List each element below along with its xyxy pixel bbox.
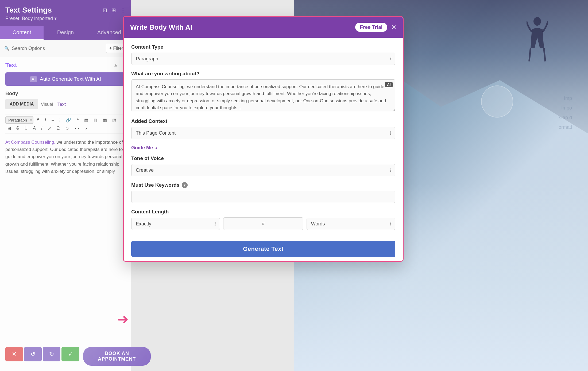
emoji-button[interactable]: ☺ <box>63 125 71 132</box>
ai-generate-label: Auto Generate Text With AI <box>40 76 101 82</box>
tab-design[interactable]: Design <box>44 26 87 40</box>
ai-badge: AI <box>30 76 37 82</box>
guide-arrow-icon: ▲ <box>154 146 158 150</box>
tone-select[interactable]: Creative Professional Casual Formal Witt… <box>131 164 395 176</box>
modal-body: Content Type Paragraph Heading List Quot… <box>124 38 403 242</box>
editor-tabs: Visual Text <box>41 102 66 107</box>
undo-icon: ↺ <box>30 351 35 358</box>
ordered-list-button[interactable]: ⁝ <box>57 116 63 124</box>
keywords-label: Must Use Keywords ? <box>131 182 395 188</box>
section-header: Text ▲ ⋮ <box>5 62 126 69</box>
add-media-button[interactable]: ADD MEDIA <box>5 99 38 109</box>
panel-header-icons: ⊡ ⊞ ⋮ <box>103 7 126 13</box>
paragraph-select[interactable]: Paragraph <box>5 116 33 124</box>
panel-search-bar: 🔍 + Filter <box>0 40 131 57</box>
content-type-select-wrapper: Paragraph Heading List Quote <box>131 53 395 65</box>
extra1-button[interactable]: ⋰ <box>82 125 91 132</box>
book-appointment-button[interactable]: BOOK AN APPOINTMENT <box>83 347 151 366</box>
more-toolbar-button[interactable]: ⋯ <box>73 125 81 132</box>
strikethrough-button[interactable]: S <box>14 125 21 132</box>
grid-icon[interactable]: ⊞ <box>111 7 116 13</box>
save-icon: ✓ <box>68 351 73 358</box>
redo-button[interactable]: ↻ <box>43 347 60 361</box>
undo-button[interactable]: ↺ <box>24 347 42 361</box>
collapse-icon[interactable]: ▲ <box>113 62 118 68</box>
panel-header: Text Settings Preset: Body imported ▾ ⊡ … <box>0 0 131 26</box>
length-number-input[interactable] <box>223 217 303 230</box>
generate-text-button[interactable]: Generate Text <box>131 241 395 257</box>
tab-text[interactable]: Text <box>57 102 66 107</box>
length-type-select[interactable]: Exactly At Least At Most <box>131 218 220 230</box>
writing-about-textarea[interactable]: At Compass Counseling, we understand the… <box>131 79 395 111</box>
bullet-list-button[interactable]: ≡ <box>49 116 56 124</box>
redo-icon: ↻ <box>49 351 54 358</box>
modal-header: Write Body With AI Free Trial ✕ <box>124 17 403 38</box>
body-text-content: At Compass Counseling, we understand the… <box>5 136 126 179</box>
content-length-row: Exactly At Least At Most Words Sentences… <box>131 217 395 230</box>
search-icon: 🔍 <box>4 46 10 51</box>
italic-button[interactable]: I <box>43 116 48 124</box>
modal-header-right: Free Trial ✕ <box>355 23 397 32</box>
added-context-select-wrapper: This Page Content None Custom <box>131 127 395 139</box>
save-button[interactable]: ✓ <box>61 347 79 361</box>
free-trial-badge: Free Trial <box>355 23 388 32</box>
added-context-group: Added Context This Page Content None Cus… <box>131 118 395 139</box>
length-unit-select[interactable]: Words Sentences Paragraphs <box>307 218 395 230</box>
modal-close-button[interactable]: ✕ <box>391 24 396 30</box>
writing-about-group: What are you writing about? At Compass C… <box>131 71 395 112</box>
modal-title: Write Body With AI <box>130 23 192 32</box>
italic2-button[interactable]: I <box>39 125 44 132</box>
content-type-group: Content Type Paragraph Heading List Quot… <box>131 44 395 65</box>
panel-title: Text Settings <box>5 6 103 14</box>
align-center-button[interactable]: ▥ <box>91 116 100 124</box>
tab-content[interactable]: Content <box>0 26 44 40</box>
align-left-button[interactable]: ▤ <box>82 116 90 124</box>
bold-button[interactable]: B <box>34 116 42 124</box>
tone-of-voice-group: Tone of Voice Creative Professional Casu… <box>131 155 395 176</box>
bottom-action-bar: ✕ ↺ ↻ ✓ BOOK AN APPOINTMENT <box>5 347 151 366</box>
ai-generate-button[interactable]: AI Auto Generate Text With AI <box>5 72 126 86</box>
section-title: Text <box>5 62 17 69</box>
table-button[interactable]: ⊞ <box>5 125 13 132</box>
link-button[interactable]: 🔗 <box>64 116 73 124</box>
writing-about-label: What are you writing about? <box>131 71 395 77</box>
body-label: Body <box>5 91 126 96</box>
quote-button[interactable]: ❝ <box>74 116 81 124</box>
text-color-button[interactable]: A <box>31 125 38 132</box>
special-char-button[interactable]: Ω <box>54 125 62 132</box>
person-silhouette <box>527 16 548 64</box>
align-justify-button[interactable]: ▧ <box>110 116 118 124</box>
length-unit-select-wrapper: Words Sentences Paragraphs <box>307 218 395 230</box>
length-type-select-wrapper: Exactly At Least At Most <box>131 218 220 230</box>
keywords-group: Must Use Keywords ? <box>131 182 395 203</box>
expand-icon[interactable]: ⊡ <box>103 7 107 13</box>
fullscreen-button[interactable]: ⤢ <box>45 125 53 132</box>
cancel-icon: ✕ <box>12 351 17 358</box>
content-type-select[interactable]: Paragraph Heading List Quote <box>131 53 395 65</box>
content-length-label: Content Length <box>131 209 395 215</box>
added-context-label: Added Context <box>131 118 395 124</box>
more-icon[interactable]: ⋮ <box>120 7 126 13</box>
editor-toolbar: Paragraph B I ≡ ⁝ 🔗 ❝ ▤ ▥ ▦ ▧ ⊞ S U A I … <box>5 115 126 134</box>
underline-button[interactable]: U <box>22 125 30 132</box>
panel-title-block: Text Settings Preset: Body imported ▾ <box>5 6 103 21</box>
added-context-select[interactable]: This Page Content None Custom <box>131 127 395 139</box>
modal-footer: Generate Text <box>124 237 403 261</box>
guide-me-link[interactable]: Guide Me ▲ <box>131 145 395 151</box>
search-input[interactable] <box>12 46 104 51</box>
align-right-button[interactable]: ▦ <box>101 116 109 124</box>
left-panel: Text Settings Preset: Body imported ▾ ⊡ … <box>0 0 131 371</box>
arrow-indicator: ➜ <box>117 312 129 326</box>
right-faint-text: ImpImpoCan dormati <box>492 93 572 132</box>
content-type-label: Content Type <box>131 44 395 50</box>
keywords-help-icon[interactable]: ? <box>182 182 188 188</box>
panel-subtitle: Preset: Body imported ▾ <box>5 15 103 21</box>
ai-corner-icon: AI <box>385 82 393 87</box>
content-length-group: Content Length Exactly At Least At Most … <box>131 209 395 230</box>
keywords-input[interactable] <box>131 191 395 203</box>
cancel-button[interactable]: ✕ <box>5 347 23 361</box>
guide-me-text: Guide Me <box>131 145 153 151</box>
text-section: Text ▲ ⋮ AI Auto Generate Text With AI B… <box>0 57 131 184</box>
tab-visual[interactable]: Visual <box>41 102 53 107</box>
tone-select-wrapper: Creative Professional Casual Formal Witt… <box>131 164 395 176</box>
